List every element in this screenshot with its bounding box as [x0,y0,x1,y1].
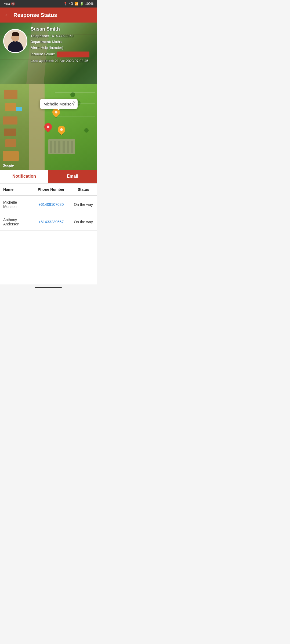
telephone-value: +61433022863 [50,34,73,38]
last-updated-label: Last Updated: [31,59,54,63]
incident-colour-label: Incident Colour: [31,52,55,56]
table-cell-name-0: Michelle Morison [0,196,32,213]
avatar-image [5,30,26,52]
table-body: Michelle Morison +61409107080 On the way… [0,196,97,231]
incident-colour-bar [57,52,89,57]
table-cell-name-1: Anthony Anderson [0,213,32,230]
department-label: Department: [31,40,51,44]
tab-email-label: Email [67,174,78,179]
map-pin-orange-right[interactable] [58,126,65,136]
battery-icon: 🔋 [80,2,84,6]
signal-icon: 📶 [74,2,78,6]
profile-overlay: Susan Smith Telephone: +61433022863 Depa… [0,23,97,68]
map-pin-red[interactable] [44,123,52,133]
tooltip-close-button[interactable]: ✕ [73,100,76,104]
tab-email[interactable]: Email [48,170,97,183]
pin-shape-red [44,123,52,133]
pin-shape-orange-right [58,126,65,136]
avatar-head [11,34,19,42]
back-button[interactable]: ← [4,12,10,19]
pin-head-orange-right [56,124,67,135]
table-header-phone: Phone Number [32,184,70,195]
profile-section: Susan Smith Telephone: +61433022863 Depa… [0,23,97,84]
bottom-spacer [0,231,97,284]
profile-name: Susan Smith [31,26,93,32]
profile-department: Department: Maths [31,39,93,44]
map-section[interactable]: ✕ Michelle Morison Google [0,84,97,170]
table-cell-status-1: On the way [70,215,97,228]
tab-notification-label: Notification [12,174,36,179]
table-header-status: Status [70,184,97,195]
table-header: Name Phone Number Status [0,184,97,196]
map-pins [0,84,97,170]
status-icons: 📍 4G 📶 🔋 100% [63,2,93,6]
google-label: Google [3,164,14,167]
location-icon: 📍 [63,2,67,6]
table-row: Michelle Morison +61409107080 On the way [0,196,97,213]
home-bar [35,287,62,288]
tabs: Notification Email [0,170,97,184]
alert-label: Alert: [31,46,40,50]
department-value: Maths [52,40,61,44]
map-tooltip[interactable]: ✕ Michelle Morison [40,99,78,109]
network-label: 4G [69,2,73,6]
profile-last-updated: Last Updated: 21 Apr 2023 07:03:45 [31,58,93,63]
table-row: Anthony Anderson +61433239567 On the way [0,213,97,231]
profile-incident-colour: Incident Colour: [31,52,93,57]
avatar [3,29,27,53]
battery-label: 100% [85,2,93,6]
tab-notification[interactable]: Notification [0,170,48,183]
app-bar: ← Response Status [0,8,97,23]
table-header-name: Name [0,184,32,195]
telephone-label: Telephone: [31,34,49,38]
home-indicator [0,284,97,291]
page-title: Response Status [13,12,57,18]
mute-icon: 🔇 [11,2,15,6]
avatar-body [8,41,23,52]
status-bar: 7:04 🔇 📍 4G 📶 🔋 100% [0,0,97,8]
table-section: Name Phone Number Status Michelle Moriso… [0,184,97,231]
table-cell-phone-0[interactable]: +61409107080 [32,198,70,211]
profile-alert: Alert: Help (Intruder) [31,45,93,50]
table-cell-status-0: On the way [70,198,97,211]
profile-info: Susan Smith Telephone: +61433022863 Depa… [31,26,93,64]
pin-head-red [43,122,53,132]
time-display: 7:04 [3,2,10,6]
last-updated-value: 21 Apr 2023 07:03:45 [55,59,88,63]
table-cell-phone-1[interactable]: +61433239567 [32,215,70,228]
tooltip-text: Michelle Morison [44,102,74,106]
profile-telephone: Telephone: +61433022863 [31,34,93,38]
status-time: 7:04 🔇 [3,2,15,6]
alert-value: Help (Intruder) [41,46,63,50]
